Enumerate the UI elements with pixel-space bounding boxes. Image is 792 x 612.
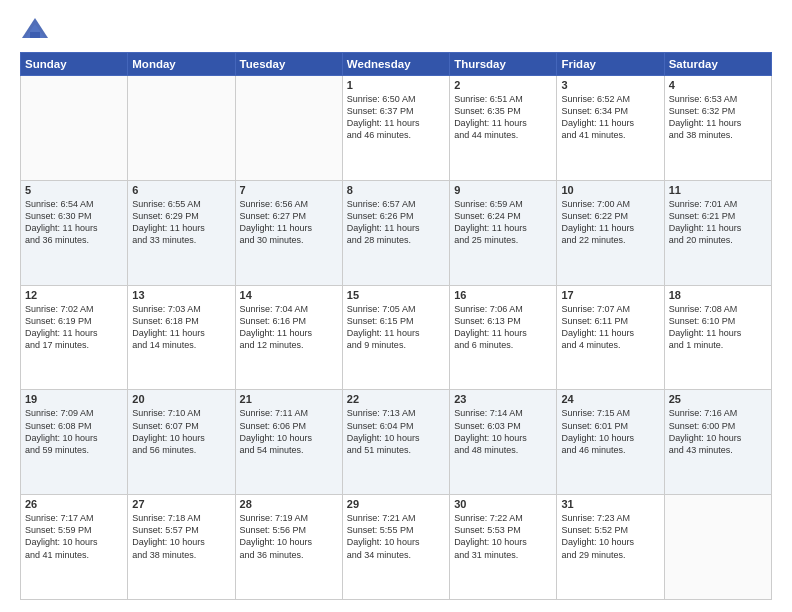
calendar-cell: 5Sunrise: 6:54 AM Sunset: 6:30 PM Daylig… bbox=[21, 180, 128, 285]
day-number: 29 bbox=[347, 498, 445, 510]
day-number: 25 bbox=[669, 393, 767, 405]
day-number: 22 bbox=[347, 393, 445, 405]
calendar-cell: 20Sunrise: 7:10 AM Sunset: 6:07 PM Dayli… bbox=[128, 390, 235, 495]
calendar-cell: 26Sunrise: 7:17 AM Sunset: 5:59 PM Dayli… bbox=[21, 495, 128, 600]
day-info: Sunrise: 7:07 AM Sunset: 6:11 PM Dayligh… bbox=[561, 303, 659, 352]
day-number: 6 bbox=[132, 184, 230, 196]
calendar-cell: 24Sunrise: 7:15 AM Sunset: 6:01 PM Dayli… bbox=[557, 390, 664, 495]
day-number: 8 bbox=[347, 184, 445, 196]
day-info: Sunrise: 7:10 AM Sunset: 6:07 PM Dayligh… bbox=[132, 407, 230, 456]
day-info: Sunrise: 6:53 AM Sunset: 6:32 PM Dayligh… bbox=[669, 93, 767, 142]
day-number: 20 bbox=[132, 393, 230, 405]
day-header-wednesday: Wednesday bbox=[342, 53, 449, 76]
day-header-thursday: Thursday bbox=[450, 53, 557, 76]
logo bbox=[20, 16, 54, 42]
day-info: Sunrise: 6:56 AM Sunset: 6:27 PM Dayligh… bbox=[240, 198, 338, 247]
day-number: 10 bbox=[561, 184, 659, 196]
day-header-monday: Monday bbox=[128, 53, 235, 76]
calendar-cell: 29Sunrise: 7:21 AM Sunset: 5:55 PM Dayli… bbox=[342, 495, 449, 600]
day-number: 13 bbox=[132, 289, 230, 301]
day-number: 19 bbox=[25, 393, 123, 405]
calendar-cell bbox=[128, 76, 235, 181]
day-info: Sunrise: 7:23 AM Sunset: 5:52 PM Dayligh… bbox=[561, 512, 659, 561]
day-header-friday: Friday bbox=[557, 53, 664, 76]
day-number: 16 bbox=[454, 289, 552, 301]
day-info: Sunrise: 6:59 AM Sunset: 6:24 PM Dayligh… bbox=[454, 198, 552, 247]
day-number: 12 bbox=[25, 289, 123, 301]
day-number: 18 bbox=[669, 289, 767, 301]
day-info: Sunrise: 7:14 AM Sunset: 6:03 PM Dayligh… bbox=[454, 407, 552, 456]
calendar-cell: 7Sunrise: 6:56 AM Sunset: 6:27 PM Daylig… bbox=[235, 180, 342, 285]
day-info: Sunrise: 7:08 AM Sunset: 6:10 PM Dayligh… bbox=[669, 303, 767, 352]
logo-icon bbox=[20, 16, 50, 42]
calendar-week-5: 26Sunrise: 7:17 AM Sunset: 5:59 PM Dayli… bbox=[21, 495, 772, 600]
day-info: Sunrise: 6:57 AM Sunset: 6:26 PM Dayligh… bbox=[347, 198, 445, 247]
day-number: 1 bbox=[347, 79, 445, 91]
day-header-tuesday: Tuesday bbox=[235, 53, 342, 76]
day-info: Sunrise: 7:18 AM Sunset: 5:57 PM Dayligh… bbox=[132, 512, 230, 561]
calendar-cell: 19Sunrise: 7:09 AM Sunset: 6:08 PM Dayli… bbox=[21, 390, 128, 495]
calendar-cell: 17Sunrise: 7:07 AM Sunset: 6:11 PM Dayli… bbox=[557, 285, 664, 390]
day-info: Sunrise: 7:22 AM Sunset: 5:53 PM Dayligh… bbox=[454, 512, 552, 561]
day-info: Sunrise: 6:52 AM Sunset: 6:34 PM Dayligh… bbox=[561, 93, 659, 142]
calendar-cell: 10Sunrise: 7:00 AM Sunset: 6:22 PM Dayli… bbox=[557, 180, 664, 285]
day-number: 28 bbox=[240, 498, 338, 510]
day-info: Sunrise: 7:03 AM Sunset: 6:18 PM Dayligh… bbox=[132, 303, 230, 352]
day-info: Sunrise: 7:16 AM Sunset: 6:00 PM Dayligh… bbox=[669, 407, 767, 456]
calendar-cell: 27Sunrise: 7:18 AM Sunset: 5:57 PM Dayli… bbox=[128, 495, 235, 600]
day-number: 14 bbox=[240, 289, 338, 301]
calendar-cell: 4Sunrise: 6:53 AM Sunset: 6:32 PM Daylig… bbox=[664, 76, 771, 181]
calendar-cell: 30Sunrise: 7:22 AM Sunset: 5:53 PM Dayli… bbox=[450, 495, 557, 600]
calendar-cell: 13Sunrise: 7:03 AM Sunset: 6:18 PM Dayli… bbox=[128, 285, 235, 390]
calendar-cell: 23Sunrise: 7:14 AM Sunset: 6:03 PM Dayli… bbox=[450, 390, 557, 495]
day-number: 2 bbox=[454, 79, 552, 91]
calendar-table: SundayMondayTuesdayWednesdayThursdayFrid… bbox=[20, 52, 772, 600]
day-number: 4 bbox=[669, 79, 767, 91]
day-info: Sunrise: 6:55 AM Sunset: 6:29 PM Dayligh… bbox=[132, 198, 230, 247]
day-info: Sunrise: 7:04 AM Sunset: 6:16 PM Dayligh… bbox=[240, 303, 338, 352]
calendar-cell: 25Sunrise: 7:16 AM Sunset: 6:00 PM Dayli… bbox=[664, 390, 771, 495]
calendar-cell: 11Sunrise: 7:01 AM Sunset: 6:21 PM Dayli… bbox=[664, 180, 771, 285]
day-info: Sunrise: 7:00 AM Sunset: 6:22 PM Dayligh… bbox=[561, 198, 659, 247]
day-info: Sunrise: 7:05 AM Sunset: 6:15 PM Dayligh… bbox=[347, 303, 445, 352]
day-number: 27 bbox=[132, 498, 230, 510]
day-info: Sunrise: 7:01 AM Sunset: 6:21 PM Dayligh… bbox=[669, 198, 767, 247]
day-number: 26 bbox=[25, 498, 123, 510]
calendar-week-4: 19Sunrise: 7:09 AM Sunset: 6:08 PM Dayli… bbox=[21, 390, 772, 495]
day-info: Sunrise: 7:11 AM Sunset: 6:06 PM Dayligh… bbox=[240, 407, 338, 456]
day-number: 21 bbox=[240, 393, 338, 405]
day-number: 30 bbox=[454, 498, 552, 510]
day-number: 5 bbox=[25, 184, 123, 196]
day-header-saturday: Saturday bbox=[664, 53, 771, 76]
calendar-week-1: 1Sunrise: 6:50 AM Sunset: 6:37 PM Daylig… bbox=[21, 76, 772, 181]
header bbox=[20, 16, 772, 42]
day-info: Sunrise: 6:50 AM Sunset: 6:37 PM Dayligh… bbox=[347, 93, 445, 142]
day-info: Sunrise: 7:02 AM Sunset: 6:19 PM Dayligh… bbox=[25, 303, 123, 352]
calendar-cell: 8Sunrise: 6:57 AM Sunset: 6:26 PM Daylig… bbox=[342, 180, 449, 285]
calendar-cell: 2Sunrise: 6:51 AM Sunset: 6:35 PM Daylig… bbox=[450, 76, 557, 181]
day-info: Sunrise: 6:54 AM Sunset: 6:30 PM Dayligh… bbox=[25, 198, 123, 247]
calendar-cell: 28Sunrise: 7:19 AM Sunset: 5:56 PM Dayli… bbox=[235, 495, 342, 600]
day-number: 17 bbox=[561, 289, 659, 301]
calendar-cell: 21Sunrise: 7:11 AM Sunset: 6:06 PM Dayli… bbox=[235, 390, 342, 495]
calendar-cell: 16Sunrise: 7:06 AM Sunset: 6:13 PM Dayli… bbox=[450, 285, 557, 390]
calendar-cell: 3Sunrise: 6:52 AM Sunset: 6:34 PM Daylig… bbox=[557, 76, 664, 181]
calendar-cell: 15Sunrise: 7:05 AM Sunset: 6:15 PM Dayli… bbox=[342, 285, 449, 390]
calendar-cell: 22Sunrise: 7:13 AM Sunset: 6:04 PM Dayli… bbox=[342, 390, 449, 495]
page: SundayMondayTuesdayWednesdayThursdayFrid… bbox=[0, 0, 792, 612]
day-header-sunday: Sunday bbox=[21, 53, 128, 76]
calendar-cell: 14Sunrise: 7:04 AM Sunset: 6:16 PM Dayli… bbox=[235, 285, 342, 390]
calendar-cell: 18Sunrise: 7:08 AM Sunset: 6:10 PM Dayli… bbox=[664, 285, 771, 390]
day-info: Sunrise: 7:09 AM Sunset: 6:08 PM Dayligh… bbox=[25, 407, 123, 456]
calendar-cell: 9Sunrise: 6:59 AM Sunset: 6:24 PM Daylig… bbox=[450, 180, 557, 285]
calendar-week-2: 5Sunrise: 6:54 AM Sunset: 6:30 PM Daylig… bbox=[21, 180, 772, 285]
day-number: 9 bbox=[454, 184, 552, 196]
day-number: 7 bbox=[240, 184, 338, 196]
day-info: Sunrise: 7:19 AM Sunset: 5:56 PM Dayligh… bbox=[240, 512, 338, 561]
day-number: 3 bbox=[561, 79, 659, 91]
day-info: Sunrise: 7:17 AM Sunset: 5:59 PM Dayligh… bbox=[25, 512, 123, 561]
day-number: 24 bbox=[561, 393, 659, 405]
day-info: Sunrise: 6:51 AM Sunset: 6:35 PM Dayligh… bbox=[454, 93, 552, 142]
day-number: 11 bbox=[669, 184, 767, 196]
day-info: Sunrise: 7:21 AM Sunset: 5:55 PM Dayligh… bbox=[347, 512, 445, 561]
